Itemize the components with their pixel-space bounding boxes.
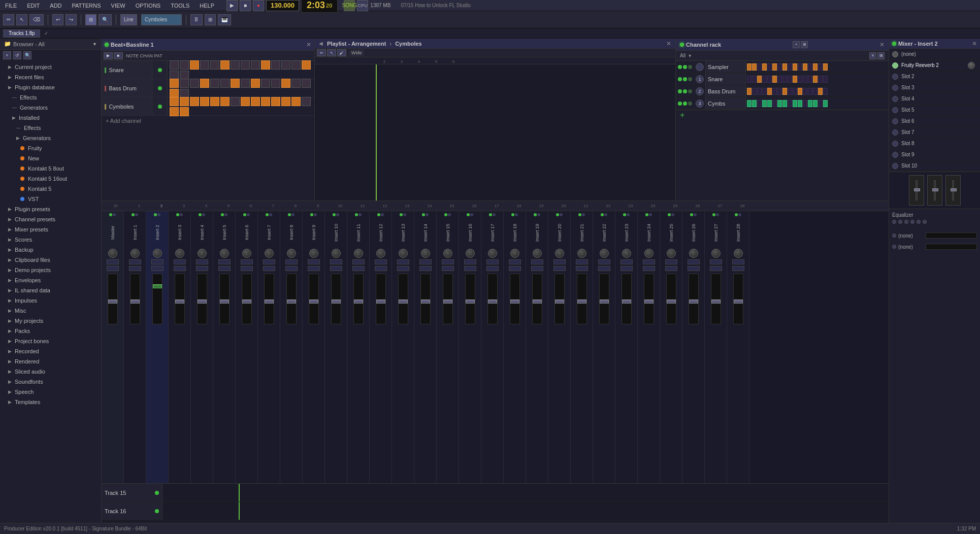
mixer-led1[interactable] — [601, 213, 604, 216]
mixer-fader-thumb[interactable] — [354, 299, 363, 304]
mixer-pan-knob[interactable] — [198, 249, 207, 258]
mixer-pan-knob[interactable] — [153, 249, 162, 258]
mixer-pan-knob[interactable] — [622, 249, 631, 258]
mixer-track-insert-4[interactable]: Insert 4 — [191, 211, 213, 483]
snare-btn-5[interactable] — [210, 60, 219, 70]
cr-cell[interactable] — [818, 63, 823, 71]
mixer-track-insert-15[interactable]: Insert 15 — [437, 211, 459, 483]
mixer-fader-thumb[interactable] — [644, 299, 654, 304]
mixer-led1[interactable] — [444, 213, 447, 216]
insert-fader-2[interactable] — [927, 175, 942, 206]
cr-add-btn[interactable]: + — [676, 110, 889, 120]
cr-cell[interactable] — [777, 100, 782, 107]
beat-play-btn[interactable]: ▶ — [104, 52, 113, 59]
bd-btn-1[interactable] — [170, 79, 179, 88]
mixer-led2[interactable] — [336, 213, 339, 216]
mixer-led2[interactable] — [426, 213, 429, 216]
cr-cell[interactable] — [752, 88, 757, 95]
sidebar-item-vst[interactable]: VST — [0, 194, 101, 204]
insert-slot-9[interactable]: Slot 9 — [889, 149, 980, 160]
channel-rack-close-btn[interactable]: ✕ — [879, 41, 885, 48]
sidebar-item-clipboard-files[interactable]: ▶Clipboard files — [0, 255, 101, 265]
mixer-send-btn[interactable] — [732, 266, 744, 271]
send-dot1[interactable] — [892, 233, 896, 238]
sidebar-item-templates[interactable]: ▶Templates — [0, 397, 101, 407]
mixer-pan-knob[interactable] — [734, 249, 743, 258]
bassdrum-mute-led[interactable] — [158, 86, 162, 90]
mixer-track-insert-16[interactable]: Insert 16 — [459, 211, 481, 483]
cr-cell[interactable] — [823, 63, 828, 71]
line-mode-btn[interactable]: Line — [120, 14, 137, 25]
cr-bd-led3[interactable] — [688, 89, 692, 93]
mixer-led1[interactable] — [556, 213, 559, 216]
mixer-track-insert-1[interactable]: Insert 1 — [124, 211, 146, 483]
bpm-display[interactable]: 130.000 — [266, 0, 299, 11]
mixer-pan-knob[interactable] — [488, 249, 497, 258]
cr-cell[interactable] — [793, 100, 797, 107]
snare-btn-11[interactable] — [271, 60, 280, 70]
sidebar-item-current-project[interactable]: ▶Current project — [0, 62, 101, 72]
mixer-send-btn[interactable] — [308, 266, 320, 271]
cr-cy-led2[interactable] — [683, 102, 687, 106]
snare-btn-2[interactable] — [180, 60, 189, 70]
mixer-fader-thumb[interactable] — [421, 299, 430, 304]
mixer-send-btn[interactable] — [509, 266, 521, 271]
cr-cell[interactable] — [808, 76, 812, 83]
mixer-track-insert-21[interactable]: Insert 21 — [571, 211, 593, 483]
mixer-fader-thumb[interactable] — [332, 299, 341, 304]
mixer-track-insert-28[interactable]: Insert 28 — [727, 211, 749, 483]
mixer-fader-thumb[interactable] — [220, 299, 229, 304]
mixer-pan-knob[interactable] — [354, 249, 363, 258]
menu-item-options[interactable]: OPTIONS — [134, 2, 163, 10]
cr-cell[interactable] — [788, 63, 792, 71]
menu-item-add[interactable]: ADD — [48, 2, 63, 10]
sidebar-item-envelopes[interactable]: ▶Envelopes — [0, 275, 101, 285]
cr-sampler-led2[interactable] — [683, 65, 687, 69]
select-tool[interactable]: ↖ — [16, 14, 27, 25]
cr-cell[interactable] — [777, 88, 782, 95]
menu-item-view[interactable]: VIEW — [109, 2, 127, 10]
new-folder-btn[interactable]: + — [3, 51, 11, 59]
mixer-pan-knob[interactable] — [175, 249, 184, 258]
mixer-fader-thumb[interactable] — [667, 299, 676, 304]
cy-btn-4[interactable] — [200, 97, 209, 106]
cr-sampler-pattern[interactable] — [746, 61, 889, 73]
mixer-led2[interactable] — [269, 213, 272, 216]
mixer-fader-thumb[interactable] — [265, 299, 274, 304]
cr-cell[interactable] — [762, 63, 767, 71]
eq-dot2[interactable] — [898, 220, 902, 224]
mixer-led1[interactable] — [243, 213, 246, 216]
mixer-fader[interactable] — [264, 274, 274, 324]
insert-slot-0[interactable]: (none) — [889, 49, 980, 60]
mixer-send-btn[interactable] — [419, 266, 432, 271]
cr-cell[interactable] — [782, 100, 787, 107]
sidebar-item-plugin-database[interactable]: ▶Plugin database — [0, 82, 101, 92]
mixer-send-btn[interactable] — [464, 266, 476, 271]
cy-btn-10[interactable] — [261, 97, 270, 106]
cr-snare-led2[interactable] — [683, 77, 687, 81]
mixer-led2[interactable] — [113, 213, 116, 216]
cr-bd-led2[interactable] — [683, 89, 687, 93]
playlist-close-btn[interactable]: ✕ — [666, 40, 671, 47]
mixer-send-btn[interactable] — [107, 259, 119, 264]
mixer-send-btn[interactable] — [732, 259, 744, 264]
cy-btn-13[interactable] — [291, 97, 301, 106]
mixer-led1[interactable] — [645, 213, 648, 216]
bd-btn-3[interactable] — [190, 79, 199, 88]
mixer-send-btn[interactable] — [107, 266, 119, 271]
mixer-led2[interactable] — [157, 213, 160, 216]
cr-cell[interactable] — [813, 63, 818, 71]
insert-fader-thumb1[interactable] — [914, 188, 920, 191]
search-btn[interactable]: 🔍 — [23, 51, 31, 59]
sidebar-item-speech[interactable]: ▶Speech — [0, 387, 101, 397]
mixer-fader[interactable] — [197, 274, 207, 324]
cr-cell[interactable] — [747, 63, 752, 71]
mixer-send-btn[interactable] — [263, 259, 275, 264]
mixer-fader-thumb[interactable] — [577, 299, 586, 304]
mixer-send-btn[interactable] — [218, 266, 231, 271]
snare-btn-1[interactable] — [170, 60, 179, 70]
cr-cell[interactable] — [813, 88, 818, 95]
sidebar-item-sliced-audio[interactable]: ▶Sliced audio — [0, 366, 101, 377]
mixer-led1[interactable] — [266, 213, 269, 216]
insert-fader-thumb2[interactable] — [932, 188, 938, 191]
